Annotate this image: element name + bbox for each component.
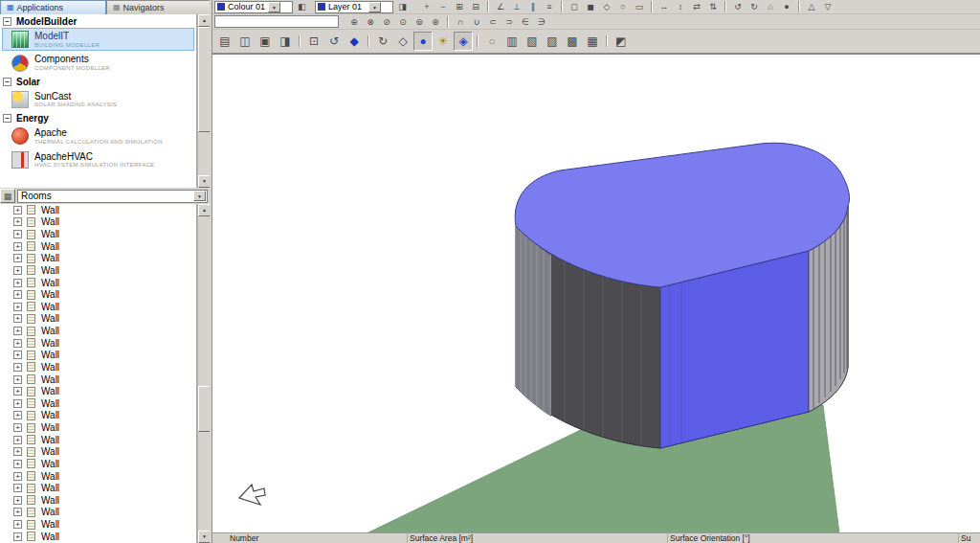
snap-node-icon[interactable]: ⊚	[412, 15, 427, 28]
expand-icon[interactable]: +	[13, 206, 22, 215]
tree-row-wall[interactable]: +Wall	[0, 421, 196, 434]
tree-row-wall[interactable]: +Wall	[0, 277, 196, 289]
expand-icon[interactable]: +	[13, 375, 22, 384]
perpendicular-icon[interactable]: ⊥	[509, 1, 524, 13]
snap-off-icon[interactable]: ⊘	[379, 15, 394, 28]
model-view-icon[interactable]: ◆	[345, 32, 364, 51]
swap-icon[interactable]: ⇄	[689, 1, 704, 13]
print-icon[interactable]: ▤	[215, 32, 234, 51]
tree-row-wall[interactable]: +Wall	[0, 325, 196, 337]
axonometric-view-icon[interactable]: ◈	[454, 32, 473, 51]
tree-row-wall[interactable]: +Wall	[0, 337, 196, 350]
show-ceilings-icon[interactable]: ▨	[543, 32, 562, 51]
expand-icon[interactable]: +	[13, 266, 22, 275]
save-icon[interactable]: ▣	[256, 32, 275, 51]
expand-icon[interactable]: +	[13, 496, 22, 505]
expand-icon[interactable]: +	[13, 423, 22, 432]
chevron-down-icon[interactable]: ▼	[193, 191, 206, 201]
inside-icon[interactable]: ⊂	[485, 15, 501, 28]
app-item-suncast[interactable]: SunCastSOLAR SHADING ANALYSIS	[2, 88, 194, 111]
tree-row-wall[interactable]: +Wall	[0, 301, 196, 313]
lighting-icon[interactable]: ○	[482, 32, 501, 51]
app-item-components[interactable]: ComponentsCOMPONENT MODELLER	[2, 51, 194, 74]
grid-off-icon[interactable]: ⊟	[468, 1, 483, 13]
expand-icon[interactable]: +	[13, 387, 22, 396]
tree-row-wall[interactable]: +Wall	[0, 240, 196, 253]
expand-icon[interactable]: +	[13, 230, 22, 238]
show-partitions-icon[interactable]: ▩	[563, 32, 582, 51]
applications-scrollbar[interactable]: ▲ ▼	[197, 14, 210, 188]
expand-icon[interactable]: +	[13, 460, 22, 468]
polygon-tool-icon[interactable]: ◇	[599, 1, 614, 13]
show-floors-icon[interactable]: ▧	[523, 32, 542, 51]
app-section-modelbuilder[interactable]: −ModelBuilder	[0, 14, 196, 28]
remove-icon[interactable]: −	[435, 1, 451, 13]
angle-snap-icon[interactable]: ∠	[493, 1, 508, 13]
collapse-icon[interactable]: −	[3, 78, 11, 86]
expand-icon[interactable]: +	[13, 520, 22, 529]
expand-icon[interactable]: +	[13, 314, 22, 323]
wireframe-view-icon[interactable]: ◇	[393, 32, 412, 51]
tree-row-wall[interactable]: +Wall	[0, 410, 196, 422]
tree-row-wall[interactable]: +Wall	[0, 253, 196, 265]
app-section-solar[interactable]: −Solar	[0, 75, 196, 88]
expand-icon[interactable]: +	[13, 484, 22, 492]
tree-row-wall[interactable]: +Wall	[0, 494, 196, 507]
expand-icon[interactable]: +	[13, 411, 22, 419]
app-item-apachehvac[interactable]: ApacheHVACHVAC SYSTEM SIMULATION INTERFA…	[2, 148, 194, 171]
slab-tool-icon[interactable]: ▭	[632, 1, 647, 13]
tree-row-wall[interactable]: +Wall	[0, 313, 196, 326]
tree-row-wall[interactable]: +Wall	[0, 288, 196, 301]
expand-icon[interactable]: +	[13, 447, 22, 456]
tree-row-wall[interactable]: +Wall	[0, 228, 196, 240]
app-item-modelit[interactable]: ModelITBUILDING MODELLER	[2, 28, 194, 51]
tree-row-wall[interactable]: +Wall	[0, 531, 196, 543]
tab-navigators[interactable]: ▦ Navigators	[106, 0, 212, 14]
expand-icon[interactable]: +	[13, 290, 22, 299]
expand-icon[interactable]: +	[13, 339, 22, 348]
tree-row-wall[interactable]: +Wall	[0, 458, 196, 470]
tree-row-wall[interactable]: +Wall	[0, 507, 196, 519]
expand-icon[interactable]: +	[13, 242, 22, 251]
model-canvas[interactable]	[212, 54, 980, 532]
collapse-icon[interactable]: −	[3, 17, 11, 26]
clipboard-icon[interactable]: ◫	[235, 32, 255, 51]
undo-icon[interactable]: ↺	[730, 1, 746, 13]
app-section-energy[interactable]: −Energy	[0, 111, 196, 124]
expand-icon[interactable]: +	[13, 279, 22, 287]
tree-row-wall[interactable]: +Wall	[0, 482, 196, 494]
snap-center-icon[interactable]: ⊙	[395, 15, 411, 28]
contains-icon[interactable]: ∋	[534, 15, 549, 28]
colour-options-icon[interactable]: ◧	[295, 1, 309, 13]
tree-row-wall[interactable]: +Wall	[0, 385, 196, 397]
table-view-icon[interactable]: ▦	[0, 189, 15, 203]
move-vertical-icon[interactable]: ↕	[673, 1, 688, 13]
tree-row-wall[interactable]: +Wall	[0, 216, 196, 229]
shaded-view-icon[interactable]: ●	[413, 32, 433, 51]
tree-row-wall[interactable]: +Wall	[0, 204, 196, 216]
outside-icon[interactable]: ⊃	[501, 15, 517, 28]
solid-tool-icon[interactable]: ◼	[583, 1, 598, 13]
tree-row-wall[interactable]: +Wall	[0, 518, 196, 531]
rectangle-tool-icon[interactable]: ◻	[567, 1, 582, 13]
expand-icon[interactable]: +	[13, 399, 22, 408]
align-icon[interactable]: ≡	[542, 1, 557, 13]
colour-combo[interactable]: Colour 01 ▼	[214, 1, 293, 13]
tree-row-wall[interactable]: +Wall	[0, 264, 196, 277]
collapse-icon[interactable]: −	[3, 114, 11, 123]
fit-view-icon[interactable]: ⊡	[304, 32, 323, 51]
expand-icon[interactable]: +	[13, 472, 22, 481]
expand-icon[interactable]: +	[13, 436, 22, 444]
flip-icon[interactable]: ⇅	[705, 1, 721, 13]
model-tree-scrollbar[interactable]: ▲ ▼	[197, 204, 210, 543]
snap-intersection-icon[interactable]: ⊗	[363, 15, 378, 28]
expand-icon[interactable]: +	[13, 217, 22, 226]
raise-icon[interactable]: △	[804, 1, 819, 13]
building-corner-left[interactable]	[516, 226, 551, 417]
tree-row-wall[interactable]: +Wall	[0, 350, 196, 362]
member-icon[interactable]: ∈	[518, 15, 533, 28]
capture-icon[interactable]: ◨	[276, 32, 295, 51]
circle-tool-icon[interactable]: ○	[615, 1, 631, 13]
move-horizontal-icon[interactable]: ↔	[657, 1, 672, 13]
show-walls-icon[interactable]: ▥	[502, 32, 522, 51]
